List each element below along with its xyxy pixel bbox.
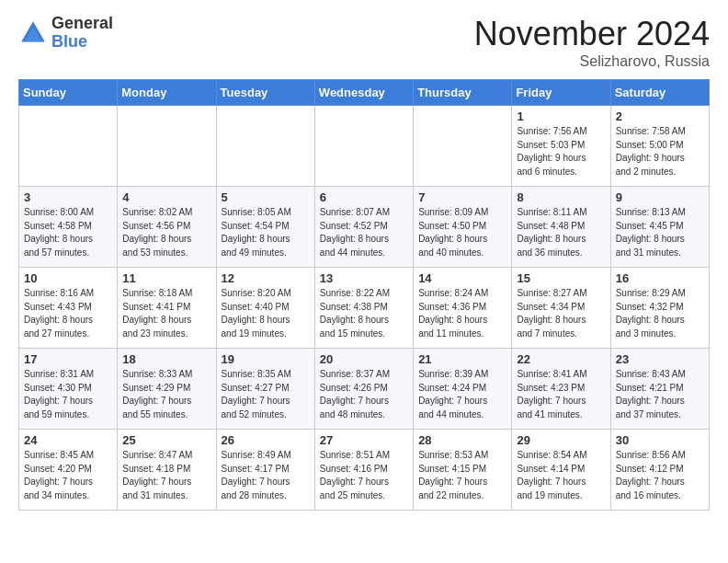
table-row: 1Sunrise: 7:56 AM Sunset: 5:03 PM Daylig…: [512, 106, 610, 187]
table-row: 13Sunrise: 8:22 AM Sunset: 4:38 PM Dayli…: [314, 268, 413, 349]
table-row: 18Sunrise: 8:33 AM Sunset: 4:29 PM Dayli…: [118, 349, 216, 430]
table-row: 11Sunrise: 8:18 AM Sunset: 4:41 PM Dayli…: [118, 268, 216, 349]
day-info: Sunrise: 8:39 AM Sunset: 4:24 PM Dayligh…: [418, 368, 506, 421]
header-friday: Friday: [512, 80, 610, 106]
title-area: November 2024 Selizharovo, Russia: [474, 15, 710, 70]
table-row: [314, 106, 413, 187]
day-number: 5: [222, 190, 310, 204]
calendar-week-row: 10Sunrise: 8:16 AM Sunset: 4:43 PM Dayli…: [19, 268, 710, 349]
day-info: Sunrise: 8:51 AM Sunset: 4:16 PM Dayligh…: [320, 449, 408, 502]
day-info: Sunrise: 8:41 AM Sunset: 4:23 PM Dayligh…: [517, 368, 605, 421]
header-sunday: Sunday: [19, 80, 118, 106]
day-info: Sunrise: 7:58 AM Sunset: 5:00 PM Dayligh…: [616, 125, 704, 178]
calendar-body: 1Sunrise: 7:56 AM Sunset: 5:03 PM Daylig…: [19, 106, 710, 511]
day-number: 13: [320, 271, 408, 285]
table-row: 23Sunrise: 8:43 AM Sunset: 4:21 PM Dayli…: [610, 349, 709, 430]
table-row: 5Sunrise: 8:05 AM Sunset: 4:54 PM Daylig…: [216, 187, 314, 268]
day-number: 4: [122, 190, 210, 204]
day-number: 9: [616, 190, 704, 204]
table-row: 17Sunrise: 8:31 AM Sunset: 4:30 PM Dayli…: [19, 349, 118, 430]
table-row: 26Sunrise: 8:49 AM Sunset: 4:17 PM Dayli…: [216, 430, 314, 511]
day-info: Sunrise: 8:35 AM Sunset: 4:27 PM Dayligh…: [222, 368, 310, 421]
day-info: Sunrise: 8:53 AM Sunset: 4:15 PM Dayligh…: [418, 449, 506, 502]
table-row: 30Sunrise: 8:56 AM Sunset: 4:12 PM Dayli…: [610, 430, 709, 511]
day-info: Sunrise: 8:47 AM Sunset: 4:18 PM Dayligh…: [122, 449, 210, 502]
day-number: 19: [222, 352, 310, 366]
day-info: Sunrise: 8:37 AM Sunset: 4:26 PM Dayligh…: [320, 368, 408, 421]
table-row: 12Sunrise: 8:20 AM Sunset: 4:40 PM Dayli…: [216, 268, 314, 349]
day-info: Sunrise: 8:20 AM Sunset: 4:40 PM Dayligh…: [222, 287, 310, 340]
table-row: 24Sunrise: 8:45 AM Sunset: 4:20 PM Dayli…: [19, 430, 118, 511]
table-row: 19Sunrise: 8:35 AM Sunset: 4:27 PM Dayli…: [216, 349, 314, 430]
calendar-week-row: 3Sunrise: 8:00 AM Sunset: 4:58 PM Daylig…: [19, 187, 710, 268]
page-header: General Blue November 2024 Selizharovo, …: [18, 15, 710, 70]
day-info: Sunrise: 8:18 AM Sunset: 4:41 PM Dayligh…: [122, 287, 210, 340]
day-info: Sunrise: 8:16 AM Sunset: 4:43 PM Dayligh…: [24, 287, 112, 340]
table-row: 27Sunrise: 8:51 AM Sunset: 4:16 PM Dayli…: [314, 430, 413, 511]
day-number: 24: [24, 433, 112, 447]
table-row: [414, 106, 512, 187]
table-row: 3Sunrise: 8:00 AM Sunset: 4:58 PM Daylig…: [19, 187, 118, 268]
day-info: Sunrise: 8:02 AM Sunset: 4:56 PM Dayligh…: [122, 206, 210, 259]
day-number: 25: [122, 433, 210, 447]
day-info: Sunrise: 8:29 AM Sunset: 4:32 PM Dayligh…: [616, 287, 704, 340]
day-info: Sunrise: 8:45 AM Sunset: 4:20 PM Dayligh…: [24, 449, 112, 502]
logo-text: General Blue: [51, 15, 113, 52]
day-info: Sunrise: 8:13 AM Sunset: 4:45 PM Dayligh…: [616, 206, 704, 259]
day-info: Sunrise: 8:11 AM Sunset: 4:48 PM Dayligh…: [517, 206, 605, 259]
table-row: [118, 106, 216, 187]
calendar-week-row: 17Sunrise: 8:31 AM Sunset: 4:30 PM Dayli…: [19, 349, 710, 430]
logo-icon: [18, 18, 48, 48]
header-wednesday: Wednesday: [314, 80, 413, 106]
day-info: Sunrise: 8:33 AM Sunset: 4:29 PM Dayligh…: [122, 368, 210, 421]
table-row: [19, 106, 118, 187]
day-number: 7: [418, 190, 506, 204]
logo-blue: Blue: [51, 33, 113, 52]
day-info: Sunrise: 8:00 AM Sunset: 4:58 PM Dayligh…: [24, 206, 112, 259]
day-number: 10: [24, 271, 112, 285]
day-number: 14: [418, 271, 506, 285]
day-info: Sunrise: 8:22 AM Sunset: 4:38 PM Dayligh…: [320, 287, 408, 340]
day-number: 18: [122, 352, 210, 366]
day-number: 29: [517, 433, 605, 447]
day-number: 20: [320, 352, 408, 366]
table-row: 15Sunrise: 8:27 AM Sunset: 4:34 PM Dayli…: [512, 268, 610, 349]
day-number: 3: [24, 190, 112, 204]
day-info: Sunrise: 7:56 AM Sunset: 5:03 PM Dayligh…: [517, 125, 605, 178]
table-row: 22Sunrise: 8:41 AM Sunset: 4:23 PM Dayli…: [512, 349, 610, 430]
day-number: 23: [616, 352, 704, 366]
location-subtitle: Selizharovo, Russia: [474, 53, 710, 70]
day-number: 28: [418, 433, 506, 447]
day-number: 26: [222, 433, 310, 447]
calendar-header-row: Sunday Monday Tuesday Wednesday Thursday…: [19, 80, 710, 106]
table-row: 29Sunrise: 8:54 AM Sunset: 4:14 PM Dayli…: [512, 430, 610, 511]
table-row: 21Sunrise: 8:39 AM Sunset: 4:24 PM Dayli…: [414, 349, 512, 430]
day-number: 12: [222, 271, 310, 285]
day-number: 1: [517, 109, 605, 123]
calendar-week-row: 1Sunrise: 7:56 AM Sunset: 5:03 PM Daylig…: [19, 106, 710, 187]
day-number: 17: [24, 352, 112, 366]
table-row: [216, 106, 314, 187]
day-info: Sunrise: 8:54 AM Sunset: 4:14 PM Dayligh…: [517, 449, 605, 502]
day-number: 16: [616, 271, 704, 285]
table-row: 9Sunrise: 8:13 AM Sunset: 4:45 PM Daylig…: [610, 187, 709, 268]
month-title: November 2024: [474, 15, 710, 53]
day-info: Sunrise: 8:49 AM Sunset: 4:17 PM Dayligh…: [222, 449, 310, 502]
day-info: Sunrise: 8:24 AM Sunset: 4:36 PM Dayligh…: [418, 287, 506, 340]
table-row: 14Sunrise: 8:24 AM Sunset: 4:36 PM Dayli…: [414, 268, 512, 349]
day-number: 21: [418, 352, 506, 366]
table-row: 25Sunrise: 8:47 AM Sunset: 4:18 PM Dayli…: [118, 430, 216, 511]
day-number: 8: [517, 190, 605, 204]
header-thursday: Thursday: [414, 80, 512, 106]
calendar-week-row: 24Sunrise: 8:45 AM Sunset: 4:20 PM Dayli…: [19, 430, 710, 511]
header-tuesday: Tuesday: [216, 80, 314, 106]
day-info: Sunrise: 8:56 AM Sunset: 4:12 PM Dayligh…: [616, 449, 704, 502]
day-info: Sunrise: 8:31 AM Sunset: 4:30 PM Dayligh…: [24, 368, 112, 421]
logo: General Blue: [18, 15, 113, 52]
table-row: 16Sunrise: 8:29 AM Sunset: 4:32 PM Dayli…: [610, 268, 709, 349]
table-row: 4Sunrise: 8:02 AM Sunset: 4:56 PM Daylig…: [118, 187, 216, 268]
table-row: 2Sunrise: 7:58 AM Sunset: 5:00 PM Daylig…: [610, 106, 709, 187]
table-row: 7Sunrise: 8:09 AM Sunset: 4:50 PM Daylig…: [414, 187, 512, 268]
day-number: 11: [122, 271, 210, 285]
logo-general: General: [51, 15, 113, 33]
